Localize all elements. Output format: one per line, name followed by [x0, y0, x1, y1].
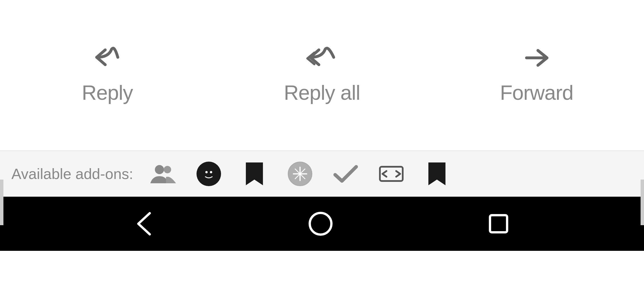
forward-button[interactable]: Forward: [429, 46, 644, 104]
bookmark-shape: [246, 162, 263, 185]
svg-point-2: [205, 171, 208, 173]
svg-point-1: [164, 166, 171, 173]
svg-rect-10: [490, 215, 507, 232]
bookmark2-shape: [428, 162, 445, 185]
main-content: Reply Reply all Forward: [0, 0, 644, 197]
nav-back-button[interactable]: [134, 211, 154, 237]
addons-bar: Available add-ons:: [0, 151, 644, 197]
svg-point-3: [210, 171, 212, 173]
forward-label: Forward: [500, 81, 573, 104]
candy-circle: [288, 162, 312, 186]
addon-icons-row: [150, 161, 450, 187]
forward-icon: [524, 46, 549, 73]
right-edge-bar: [641, 180, 644, 225]
navigation-bar: [0, 197, 644, 251]
svg-point-9: [310, 213, 331, 235]
code-icon[interactable]: [378, 161, 404, 187]
left-edge-bar: [0, 180, 3, 225]
reply-label: Reply: [82, 81, 133, 104]
reply-icon: [94, 46, 120, 73]
nav-recents-button[interactable]: [487, 212, 510, 235]
face-icon[interactable]: [196, 161, 222, 187]
nav-home-button[interactable]: [308, 211, 333, 237]
bookmark2-icon[interactable]: [424, 161, 450, 187]
reply-all-icon: [306, 46, 338, 73]
face-icon-wrapper: [197, 162, 221, 186]
svg-point-0: [155, 165, 164, 174]
people-icon[interactable]: [150, 161, 176, 187]
check-icon[interactable]: [333, 161, 359, 187]
addons-label: Available add-ons:: [11, 165, 133, 182]
reply-all-button[interactable]: Reply all: [215, 46, 430, 104]
candy-cane-icon[interactable]: [287, 161, 313, 187]
reply-button[interactable]: Reply: [0, 46, 215, 104]
bookmark-icon[interactable]: [242, 161, 267, 187]
action-bar: Reply Reply all Forward: [0, 0, 644, 150]
reply-all-label: Reply all: [284, 81, 360, 104]
